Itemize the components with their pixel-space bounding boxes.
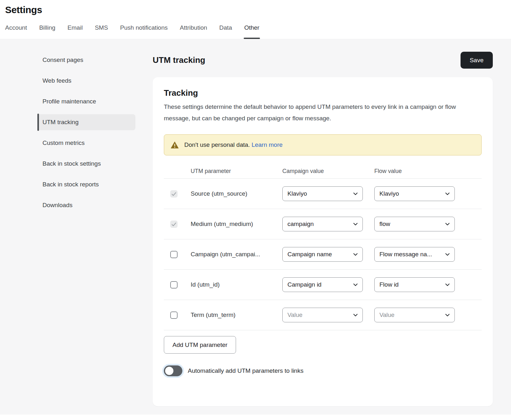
row-checkbox[interactable] (170, 281, 178, 289)
sidebar-item-label: UTM tracking (42, 119, 79, 126)
flow-value-select[interactable]: Flow message na... (374, 247, 455, 262)
sidebar-item[interactable]: Back in stock reports (37, 176, 135, 192)
tab[interactable]: Billing (39, 24, 56, 39)
sidebar-item[interactable]: Downloads (37, 197, 135, 213)
flow-value-select[interactable]: Value (374, 308, 455, 322)
sidebar-item[interactable]: UTM tracking (37, 114, 135, 130)
warning-banner: Don't use personal data. Learn more (164, 134, 482, 155)
table-row: Medium (utm_medium) campaign (164, 209, 482, 239)
flow-value-select[interactable]: Klaviyo (374, 186, 455, 201)
chevron-down-icon (445, 282, 450, 288)
sidebar-item-label: Back in stock reports (42, 181, 99, 188)
row-checkbox[interactable] (170, 221, 178, 228)
utm-parameter-label: Medium (utm_medium) (191, 221, 272, 228)
tab[interactable]: Other (244, 24, 260, 39)
tab-label: Attribution (180, 24, 207, 31)
card-heading: Tracking (164, 88, 482, 98)
checkbox-cell (164, 281, 191, 289)
tab[interactable]: Email (67, 24, 83, 39)
sidebar-item-label: Back in stock settings (42, 160, 101, 167)
utm-parameter-label: Campaign (utm_campai... (191, 251, 272, 258)
add-utm-parameter-button[interactable]: Add UTM parameter (164, 336, 236, 354)
table-header-row: UTM parameter Campaign value Flow value (164, 164, 482, 178)
tab-label: Billing (39, 24, 56, 31)
row-checkbox[interactable] (170, 190, 178, 198)
tab-label: Data (219, 24, 232, 31)
header-campaign-value: Campaign value (282, 168, 374, 175)
campaign-value-select[interactable]: Klaviyo (282, 186, 363, 201)
row-checkbox[interactable] (170, 251, 178, 258)
utm-parameter-label: Source (utm_source) (191, 190, 272, 197)
campaign-value-select[interactable]: Campaign id (282, 277, 363, 292)
sidebar: Consent pages Web feeds Profile maintena… (0, 39, 153, 415)
check-icon (172, 222, 176, 228)
chevron-down-icon (445, 191, 450, 197)
sidebar-item[interactable]: Custom metrics (37, 135, 135, 151)
sidebar-item[interactable]: Consent pages (37, 52, 135, 68)
table-row: Term (utm_term) Value (164, 300, 482, 330)
chevron-down-icon (353, 221, 358, 227)
table-row: Campaign (utm_campai... Campaign name (164, 239, 482, 269)
table-row: Id (utm_id) Campaign id (164, 269, 482, 300)
campaign-value-cell: Campaign name (282, 247, 374, 262)
warning-text: Don't use personal data. Learn more (184, 141, 283, 148)
header-utm-parameter: UTM parameter (191, 168, 282, 175)
chevron-down-icon (445, 251, 450, 257)
sidebar-item[interactable]: Profile maintenance (37, 94, 135, 109)
tab[interactable]: SMS (95, 24, 108, 39)
tab-label: Account (5, 24, 27, 31)
checkbox-cell (164, 251, 191, 258)
chevron-down-icon (445, 221, 450, 227)
page-title: Settings (5, 4, 511, 15)
campaign-value-cell: Value (282, 308, 374, 322)
checkbox-cell (164, 221, 191, 228)
flow-value-cell: Flow message na... (374, 247, 482, 262)
utm-parameter-label: Id (utm_id) (191, 281, 272, 288)
campaign-value-cell: Klaviyo (282, 186, 374, 201)
campaign-value-cell: Campaign id (282, 277, 374, 292)
table-row: Source (utm_source) Klaviyo (164, 178, 482, 209)
tab-bar: Account Billing Email SMS Push notificat… (5, 24, 511, 39)
sidebar-item-label: Web feeds (42, 77, 71, 84)
toggle-knob (165, 367, 173, 375)
sidebar-item[interactable]: Back in stock settings (37, 156, 135, 172)
sidebar-item-label: Custom metrics (42, 139, 85, 146)
campaign-value-select[interactable]: campaign (282, 217, 363, 231)
campaign-value-cell: campaign (282, 217, 374, 231)
campaign-value-select[interactable]: Campaign name (282, 247, 363, 262)
header-flow-value: Flow value (374, 168, 482, 175)
sidebar-item-label: Consent pages (42, 56, 83, 64)
utm-parameter-label: Term (utm_term) (191, 311, 272, 319)
sidebar-item-label: Profile maintenance (42, 98, 96, 105)
tab[interactable]: Data (219, 24, 232, 39)
auto-utm-toggle-row: Automatically add UTM parameters to link… (164, 365, 482, 376)
flow-value-select[interactable]: flow (374, 217, 455, 231)
chevron-down-icon (353, 191, 358, 197)
flow-value-cell: Value (374, 308, 482, 322)
tab[interactable]: Account (5, 24, 27, 39)
top-header: Settings Account Billing Email SMS Push … (0, 0, 511, 39)
main-panel: UTM tracking Save Tracking These setting… (153, 39, 511, 415)
tab-label: Other (244, 24, 260, 31)
warning-icon (171, 141, 179, 149)
auto-utm-toggle[interactable] (164, 365, 182, 376)
flow-value-select[interactable]: Flow id (374, 277, 455, 292)
auto-utm-toggle-label: Automatically add UTM parameters to link… (188, 367, 303, 374)
row-checkbox[interactable] (170, 311, 178, 319)
checkbox-cell (164, 311, 191, 319)
chevron-down-icon (445, 312, 450, 318)
tracking-card: Tracking These settings determine the de… (153, 77, 493, 406)
flow-value-cell: Flow id (374, 277, 482, 292)
card-description: These settings determine the default beh… (164, 101, 482, 124)
utm-table: UTM parameter Campaign value Flow value (164, 164, 482, 330)
save-button[interactable]: Save (461, 52, 493, 69)
campaign-value-select[interactable]: Value (282, 308, 363, 322)
tab[interactable]: Attribution (180, 24, 207, 39)
check-icon (172, 192, 176, 198)
sidebar-item[interactable]: Web feeds (37, 73, 135, 89)
tab[interactable]: Push notifications (120, 24, 168, 39)
flow-value-cell: Klaviyo (374, 186, 482, 201)
flow-value-cell: flow (374, 217, 482, 231)
learn-more-link[interactable]: Learn more (252, 141, 283, 148)
content-area: Consent pages Web feeds Profile maintena… (0, 39, 511, 415)
